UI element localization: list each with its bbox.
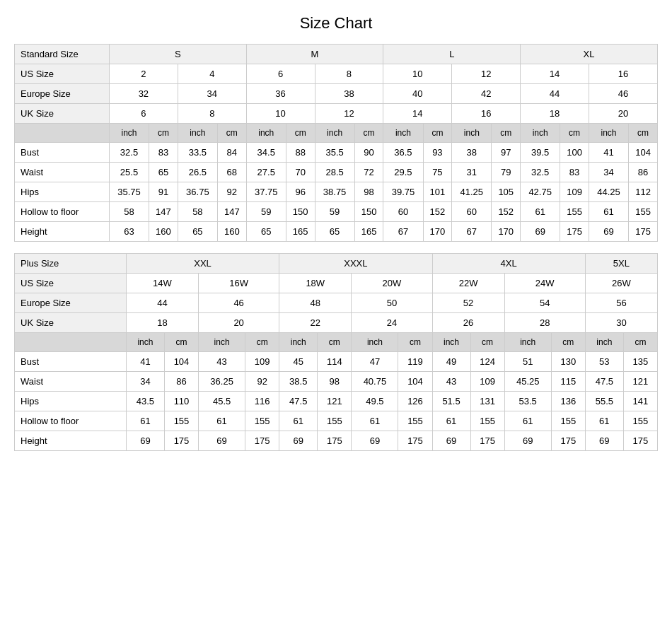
us-14: 14 (521, 64, 589, 84)
hollow-3: 147 (217, 202, 246, 222)
plus-waist-10: 45.25 (504, 372, 551, 392)
plus-unit-cm-7: cm (623, 333, 657, 352)
plus-waist-13: 121 (623, 372, 657, 392)
plus-waist-7: 104 (398, 372, 432, 392)
plus-us-14w: 14W (126, 274, 198, 293)
plus-eu-44: 44 (126, 293, 198, 313)
hollow-5: 150 (286, 202, 315, 222)
plus-waist-9: 109 (470, 372, 504, 392)
eu-36: 36 (246, 84, 315, 104)
plus-hips-3: 116 (245, 392, 279, 411)
unit-inch-5: inch (383, 124, 423, 143)
plus-hips-0: 43.5 (126, 392, 164, 411)
hips-15: 112 (629, 182, 658, 202)
plus-eu-48: 48 (279, 293, 352, 313)
plus-unit-cm-2: cm (245, 333, 279, 352)
plus-hollow-row: Hollow to floor 61 155 61 155 61 155 61 … (15, 411, 658, 431)
uk-16: 16 (452, 104, 521, 124)
m-header: M (246, 45, 383, 64)
plus-hips-label: Hips (15, 392, 127, 411)
plus-hips-9: 131 (470, 392, 504, 411)
height-3: 160 (217, 222, 246, 242)
plus-hollow-3: 155 (245, 411, 279, 431)
plus-hips-10: 53.5 (504, 392, 551, 411)
hollow-8: 60 (383, 202, 423, 222)
standard-size-label: Standard Size (15, 45, 110, 64)
plus-bust-3: 109 (245, 352, 279, 372)
plus-hips-1: 110 (164, 392, 198, 411)
hips-2: 36.75 (178, 182, 217, 202)
xl-header: XL (521, 45, 658, 64)
hips-5: 96 (286, 182, 315, 202)
standard-header-row: Standard Size S M L XL (15, 45, 658, 64)
standard-unit-row: inch cm inch cm inch cm inch cm inch cm … (15, 124, 658, 143)
plus-unit-inch-2: inch (199, 333, 245, 352)
plus-height-9: 175 (470, 431, 504, 451)
plus-hips-2: 45.5 (199, 392, 245, 411)
plus-waist-11: 115 (551, 372, 585, 392)
uk-10: 10 (246, 104, 315, 124)
us-size-row: US Size 2 4 6 8 10 12 14 16 (15, 64, 658, 84)
hips-9: 101 (423, 182, 452, 202)
plus-uk-18: 18 (126, 313, 198, 333)
hips-row: Hips 35.75 91 36.75 92 37.75 96 38.75 98… (15, 182, 658, 202)
height-10: 67 (452, 222, 492, 242)
hollow-11: 152 (492, 202, 521, 222)
plus-bust-7: 119 (398, 352, 432, 372)
plus-uk-size-row: UK Size 18 20 22 24 26 28 30 (15, 313, 658, 333)
unit-cm-5: cm (423, 124, 452, 143)
height-7: 165 (354, 222, 383, 242)
plus-hollow-label: Hollow to floor (15, 411, 127, 431)
height-label: Height (15, 222, 110, 242)
hips-3: 92 (217, 182, 246, 202)
hips-6: 38.75 (315, 182, 354, 202)
bust-6: 35.5 (315, 143, 354, 163)
us-size-label: US Size (15, 64, 110, 84)
plus-bust-10: 51 (504, 352, 551, 372)
plus-unit-row: inch cm inch cm inch cm inch cm inch cm … (15, 333, 658, 352)
hips-8: 39.75 (383, 182, 423, 202)
plus-uk-20: 20 (199, 313, 279, 333)
eu-32: 32 (109, 84, 178, 104)
plus-waist-4: 38.5 (279, 372, 318, 392)
hollow-6: 59 (315, 202, 354, 222)
plus-uk-size-label: UK Size (15, 313, 127, 333)
plus-hips-8: 51.5 (432, 392, 470, 411)
waist-label: Waist (15, 163, 110, 182)
plus-unit-cm-6: cm (551, 333, 585, 352)
bust-8: 36.5 (383, 143, 423, 163)
hollow-12: 61 (521, 202, 560, 222)
height-0: 63 (109, 222, 149, 242)
bust-7: 90 (354, 143, 383, 163)
eu-34: 34 (178, 84, 246, 104)
bust-9: 93 (423, 143, 452, 163)
plus-us-18w: 18W (279, 274, 352, 293)
plus-waist-row: Waist 34 86 36.25 92 38.5 98 40.75 104 4… (15, 372, 658, 392)
hollow-4: 59 (246, 202, 286, 222)
us-4: 4 (178, 64, 246, 84)
hollow-10: 60 (452, 202, 492, 222)
plus-uk-30: 30 (585, 313, 657, 333)
uk-size-label: UK Size (15, 104, 110, 124)
plus-us-24w: 24W (504, 274, 585, 293)
plus-hips-6: 49.5 (352, 392, 398, 411)
plus-us-16w: 16W (199, 274, 279, 293)
plus-height-0: 69 (126, 431, 164, 451)
hollow-15: 155 (629, 202, 658, 222)
hips-0: 35.75 (109, 182, 149, 202)
plus-unit-cm-4: cm (398, 333, 432, 352)
unit-cm-4: cm (354, 124, 383, 143)
plus-bust-2: 43 (199, 352, 245, 372)
waist-row: Waist 25.5 65 26.5 68 27.5 70 28.5 72 29… (15, 163, 658, 182)
bust-label: Bust (15, 143, 110, 163)
unit-cm-3: cm (286, 124, 315, 143)
eu-46: 46 (589, 84, 657, 104)
s-header: S (109, 45, 246, 64)
uk-8: 8 (178, 104, 246, 124)
plus-hollow-9: 155 (470, 411, 504, 431)
bust-12: 39.5 (521, 143, 560, 163)
plus-europe-size-label: Europe Size (15, 293, 127, 313)
height-15: 175 (629, 222, 658, 242)
plus-waist-0: 34 (126, 372, 164, 392)
waist-11: 79 (492, 163, 521, 182)
